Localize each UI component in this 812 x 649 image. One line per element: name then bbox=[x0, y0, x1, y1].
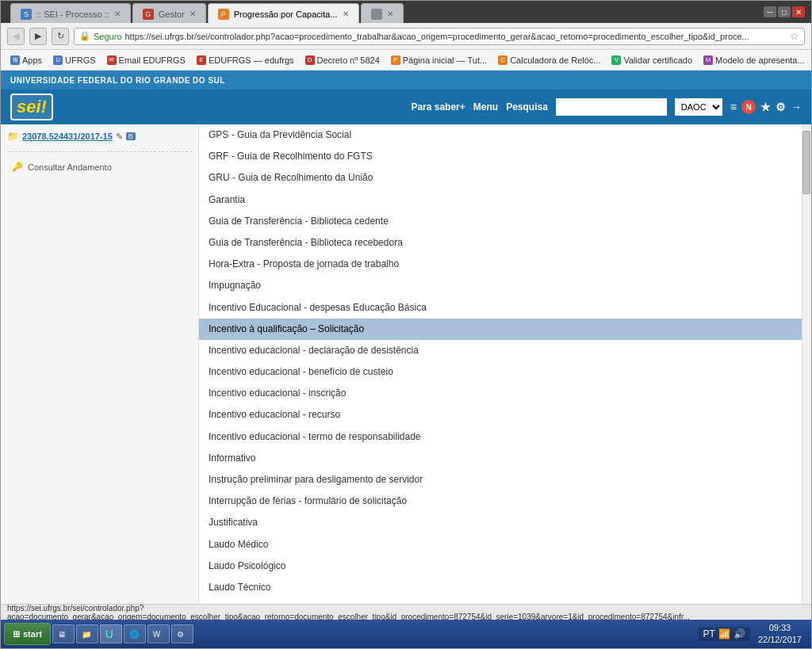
list-item[interactable]: Justificativa bbox=[199, 512, 811, 533]
maximize-button[interactable]: □ bbox=[778, 6, 791, 17]
list-item[interactable]: Incentivo educacional - benefício de cus… bbox=[199, 361, 811, 383]
taskbar-btn-4[interactable]: 🌐 bbox=[124, 624, 146, 643]
taskbar-icon-2: 📁 bbox=[82, 630, 91, 639]
scrollbar-thumb[interactable] bbox=[802, 131, 810, 194]
bookmark-icon-email: ✉ bbox=[107, 55, 117, 65]
info-icon[interactable]: B bbox=[126, 132, 136, 140]
tab-close-4[interactable]: ✕ bbox=[387, 10, 393, 18]
secure-icon: 🔒 bbox=[79, 31, 90, 41]
list-item[interactable]: Incentivo educacional - termo de respons… bbox=[199, 426, 811, 448]
taskbar-tray: PT 📶 🔊 bbox=[699, 627, 750, 641]
list-item[interactable]: Laudo Psicológico bbox=[199, 555, 811, 577]
volume-icon: 🔊 bbox=[733, 628, 745, 639]
secure-label: Seguro bbox=[94, 32, 121, 41]
clock-date: 22/12/2017 bbox=[758, 634, 802, 646]
arrow-icon[interactable]: → bbox=[791, 101, 802, 113]
list-item[interactable]: Laudo Técnico bbox=[199, 577, 811, 598]
list-item[interactable]: Guia de Transferência - Biblioteca ceden… bbox=[199, 211, 811, 232]
tab-label-2: Gestor bbox=[159, 10, 185, 19]
star-header-icon[interactable]: ★ bbox=[760, 101, 771, 113]
network-icon: 📶 bbox=[718, 628, 730, 639]
sei-unit-select[interactable]: DAOC bbox=[675, 98, 722, 116]
list-item[interactable]: GPS - Guia da Previdência Social bbox=[199, 124, 811, 146]
star-icon[interactable]: ☆ bbox=[790, 30, 799, 42]
bookmark-decreto[interactable]: D Decreto nº 5824 bbox=[302, 54, 383, 67]
window-controls: ─ □ ✕ bbox=[764, 6, 805, 17]
list-item[interactable]: Guia de Transferência - Biblioteca receb… bbox=[199, 232, 811, 254]
tab-progressao[interactable]: P Progressão por Capacita... ✕ bbox=[208, 3, 359, 24]
tab-close-2[interactable]: ✕ bbox=[190, 10, 196, 18]
list-item[interactable]: Incentivo educacional - recurso bbox=[199, 404, 811, 426]
list-items-container: GPS - Guia da Previdência SocialGRF - Gu… bbox=[199, 124, 811, 604]
tab-sei[interactable]: S :: SEI - Processo :: ✕ bbox=[10, 3, 131, 24]
bookmark-ufrgs[interactable]: U UFRGS bbox=[50, 54, 99, 67]
tab-favicon-4 bbox=[371, 9, 382, 20]
sei-search-input[interactable] bbox=[556, 98, 667, 116]
list-item[interactable]: Incentivo Educacional - despesas Educaçã… bbox=[199, 297, 811, 319]
grid-icon[interactable]: ≡ bbox=[730, 101, 737, 113]
tab-label-1: :: SEI - Processo :: bbox=[36, 10, 109, 19]
bookmark-apps[interactable]: ⊞ Apps bbox=[7, 54, 45, 67]
back-button[interactable]: ◀ bbox=[7, 28, 25, 45]
list-item[interactable]: Instrução preliminar para desligamento d… bbox=[199, 469, 811, 491]
bookmark-modelo[interactable]: M Modelo de apresenta... bbox=[700, 54, 808, 67]
folder-icon: 📁 bbox=[7, 131, 19, 142]
bookmark-pagina[interactable]: P Página inicial — Tut... bbox=[388, 54, 490, 67]
tab-favicon-2: G bbox=[143, 9, 154, 20]
taskbar-btn-2[interactable]: 📁 bbox=[76, 624, 98, 643]
list-item[interactable]: Impugnação bbox=[199, 275, 811, 296]
minimize-button[interactable]: ─ bbox=[764, 6, 776, 17]
consultar-andamento-item[interactable]: 🔑 Consultar Andamento bbox=[7, 158, 192, 175]
tab-favicon-1: S bbox=[21, 9, 32, 20]
taskbar-btn-3[interactable]: U bbox=[100, 624, 122, 643]
tab-close-1[interactable]: ✕ bbox=[114, 10, 121, 18]
tab-close-3[interactable]: ✕ bbox=[343, 10, 349, 18]
tab-empty[interactable]: ✕ bbox=[361, 3, 404, 24]
para-saber-link[interactable]: Para saber+ bbox=[411, 101, 465, 113]
address-text: https://sei.ufrgs.br/sei/controlador.php… bbox=[124, 32, 787, 41]
user-icon[interactable]: N bbox=[741, 100, 756, 114]
start-button[interactable]: ⊞ start bbox=[4, 623, 51, 645]
list-item[interactable]: GRU - Guia de Recolhimento da União bbox=[199, 167, 811, 189]
status-url: https://sei.ufrgs.br/sei/controlador.php… bbox=[7, 604, 805, 620]
scrollbar[interactable] bbox=[802, 124, 811, 604]
settings-icon[interactable]: ⚙ bbox=[776, 101, 786, 113]
close-button[interactable]: ✕ bbox=[792, 6, 805, 17]
bookmark-icon-ufrgs: U bbox=[53, 55, 63, 65]
sei-header: sei! Para saber+ Menu Pesquisa DAOC ≡ N … bbox=[1, 90, 811, 124]
taskbar-btn-6[interactable]: ⚙ bbox=[171, 624, 193, 643]
process-number[interactable]: 23078.524431/2017-15 bbox=[22, 132, 113, 141]
list-item[interactable]: Hora-Extra - Proposta de jornada de trab… bbox=[199, 254, 811, 275]
menu-link[interactable]: Menu bbox=[473, 101, 498, 113]
tab-gestor[interactable]: G Gestor ✕ bbox=[132, 3, 206, 24]
sei-logo: sei! bbox=[10, 94, 53, 120]
process-item[interactable]: 📁 23078.524431/2017-15 ✎ B bbox=[7, 131, 192, 142]
bookmark-icon-modelo: M bbox=[703, 55, 713, 65]
bookmark-icon-calculadora: C bbox=[498, 55, 508, 65]
taskbar-icon-6: ⚙ bbox=[177, 630, 184, 639]
forward-button[interactable]: ▶ bbox=[29, 28, 47, 45]
list-item[interactable]: Laudo Médico bbox=[199, 534, 811, 555]
refresh-button[interactable]: ↻ bbox=[52, 28, 69, 45]
taskbar-btn-5[interactable]: W bbox=[147, 624, 170, 643]
list-item[interactable]: Incentivo educacional - inscrição bbox=[199, 383, 811, 404]
bookmark-email[interactable]: ✉ Email EDUFRGS bbox=[104, 54, 189, 67]
list-item[interactable]: Incentivo educacional - declaração de de… bbox=[199, 340, 811, 361]
bookmark-label-email: Email EDUFRGS bbox=[119, 55, 186, 65]
bookmark-calculadora[interactable]: C Calculadora de Relóc... bbox=[495, 54, 603, 67]
taskbar-icon-3: U bbox=[105, 628, 113, 640]
consultar-andamento-label: Consultar Andamento bbox=[28, 162, 112, 172]
list-item[interactable]: GRF - Guia de Recolhimento do FGTS bbox=[199, 146, 811, 167]
list-item[interactable]: Interrupção de férias - formulário de so… bbox=[199, 491, 811, 512]
bookmark-edufrgs[interactable]: E EDUFRGS — edufrgs bbox=[193, 54, 297, 67]
pesquisa-link[interactable]: Pesquisa bbox=[506, 101, 548, 113]
taskbar-btn-1[interactable]: 🖥 bbox=[52, 624, 75, 643]
list-item[interactable]: Garantia bbox=[199, 189, 811, 211]
address-bar[interactable]: 🔒 Seguro https://sei.ufrgs.br/sei/contro… bbox=[74, 28, 805, 45]
bookmark-validar[interactable]: V Validar certificado bbox=[608, 54, 695, 67]
list-item[interactable]: Informativo bbox=[199, 448, 811, 469]
list-area: GPS - Guia da Previdência SocialGRF - Gu… bbox=[199, 124, 811, 604]
list-item[interactable]: Laudo de Risco Ambiental bbox=[199, 598, 811, 604]
edit-icon[interactable]: ✎ bbox=[116, 132, 123, 142]
list-item[interactable]: Incentivo à qualificação – Solicitação bbox=[199, 319, 811, 340]
